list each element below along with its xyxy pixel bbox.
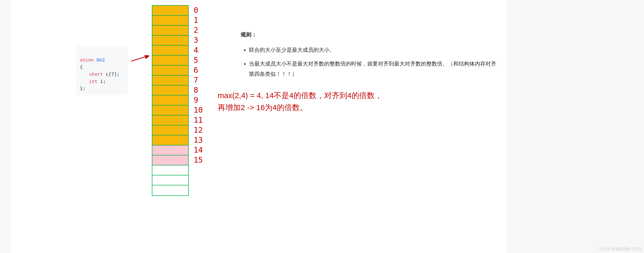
memory-cell xyxy=(152,165,188,175)
index-label: 12 xyxy=(192,125,203,135)
rule-item-2: 当最大成员大小不是最大对齐数的整数倍的时候，就要对齐到最大对齐数的整数倍。（和结… xyxy=(249,59,497,79)
memory-cell xyxy=(152,135,188,145)
brace-close: }; xyxy=(80,86,86,91)
memory-column xyxy=(152,5,189,196)
keyword-union: union xyxy=(80,57,94,62)
index-label: 14 xyxy=(192,145,203,155)
memory-cell xyxy=(152,46,188,56)
rules-section: 规则： 联合的大小至少是最大成员的大小。 当最大成员大小不是最大对齐数的整数倍的… xyxy=(241,29,497,83)
index-label xyxy=(192,175,203,185)
brace-open: { xyxy=(80,64,83,70)
memory-cell xyxy=(152,175,188,185)
rule-item-1: 联合的大小至少是最大成员的大小。 xyxy=(249,45,497,55)
memory-cell xyxy=(152,26,188,36)
code-block: union Un2 { short c[7]; int i; }; xyxy=(76,46,128,95)
memory-cell xyxy=(152,125,188,135)
memory-cell xyxy=(152,106,188,115)
note-line-2: 再增加2 -> 16为4的倍数。 xyxy=(218,102,382,114)
index-label xyxy=(192,185,203,195)
index-label: 5 xyxy=(192,55,203,65)
svg-marker-1 xyxy=(144,55,150,59)
index-label xyxy=(192,165,203,175)
index-label: 11 xyxy=(192,115,203,125)
memory-cell xyxy=(152,56,188,66)
memory-cell xyxy=(152,76,188,86)
memory-cell xyxy=(152,96,188,106)
index-label: 10 xyxy=(192,105,203,115)
index-label: 9 xyxy=(192,95,203,105)
index-label: 0 xyxy=(192,5,203,15)
memory-cell xyxy=(152,36,188,46)
index-label: 2 xyxy=(192,25,203,35)
alignment-note: max(2,4) = 4, 14不是4的倍数，对齐到4的倍数， 再增加2 -> … xyxy=(218,90,382,113)
note-line-1: max(2,4) = 4, 14不是4的倍数，对齐到4的倍数， xyxy=(218,90,382,102)
index-label: 13 xyxy=(192,135,203,145)
arrow-icon xyxy=(131,55,150,62)
type-short: short xyxy=(89,71,103,77)
memory-cell xyxy=(152,115,188,125)
index-label: 15 xyxy=(192,155,203,165)
type-name: Un2 xyxy=(97,57,105,62)
rules-title: 规则： xyxy=(241,29,497,40)
memory-cell xyxy=(152,66,188,76)
member2-rest: i; xyxy=(98,79,106,84)
watermark: CSDN @我是无敌小恐龙 xyxy=(599,247,642,251)
diagram-page: union Un2 { short c[7]; int i; }; 012345… xyxy=(10,0,507,253)
memory-cell xyxy=(152,185,188,195)
memory-cell xyxy=(152,16,188,26)
memory-cell xyxy=(152,6,188,16)
memory-cell xyxy=(152,145,188,155)
type-int: int xyxy=(89,79,98,84)
member1-rest: c[7]; xyxy=(103,71,120,77)
index-label: 1 xyxy=(192,15,203,25)
memory-cell xyxy=(152,86,188,96)
index-label: 8 xyxy=(192,85,203,95)
index-column: 0123456789101112131415 xyxy=(192,5,203,195)
svg-line-0 xyxy=(131,57,146,61)
index-label: 6 xyxy=(192,65,203,75)
index-label: 7 xyxy=(192,75,203,85)
index-label: 3 xyxy=(192,35,203,45)
memory-cell xyxy=(152,155,188,165)
index-label: 4 xyxy=(192,45,203,55)
